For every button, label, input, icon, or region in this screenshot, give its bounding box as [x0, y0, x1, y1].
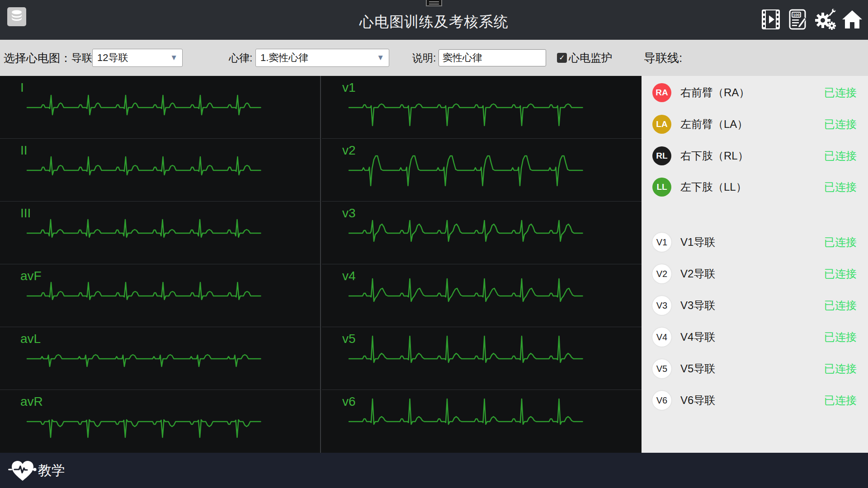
select-ecg-label: 选择心电图： — [4, 40, 71, 76]
exam-score-icon: 100 — [788, 9, 808, 32]
ecg-lead-v1: v1 — [322, 76, 642, 139]
electrode-label: 右下肢（RL） — [680, 146, 749, 165]
ecg-trace-v2 — [349, 156, 583, 186]
monitor-label: 心电监护 — [569, 40, 612, 76]
home-icon — [841, 9, 863, 32]
electrode-badge-v6: V6 — [652, 391, 671, 410]
lead-select[interactable]: 12导联 ▼ — [92, 49, 183, 67]
settings-button[interactable] — [814, 9, 836, 32]
lead-wires-panel: RA右前臂（RA）已连接LA左前臂（LA）已连接RL右下肢（RL）已连接LL左下… — [642, 76, 868, 453]
ecg-lead-v5: v5 — [322, 327, 642, 390]
ecg-trace-v6 — [349, 399, 583, 424]
electrode-label: V6导联 — [680, 391, 715, 410]
rhythm-select-value: 1.窦性心律 — [260, 52, 308, 63]
home-button[interactable] — [841, 9, 863, 32]
drag-handle[interactable] — [426, 0, 442, 6]
electrode-label: V5导联 — [680, 359, 715, 378]
electrode-badge-ra: RA — [652, 83, 671, 102]
electrode-badge-v2: V2 — [652, 264, 671, 283]
lead-wire-item-rl: RL右下肢（RL）已连接 — [642, 146, 868, 166]
settings-icon — [814, 9, 836, 32]
chevron-down-icon: ▼ — [170, 49, 178, 66]
ecg-lead-v3: v3 — [322, 202, 642, 264]
footer-label: 教学 — [38, 453, 65, 488]
electrode-label: V1导联 — [680, 233, 715, 252]
ecg-lead-v2: v2 — [322, 139, 642, 202]
lead-wire-item-v3: V3V3导联已连接 — [642, 296, 868, 316]
lead-wire-item-v5: V5V5导联已连接 — [642, 359, 868, 379]
monitor-checkbox[interactable]: ✓ — [557, 53, 567, 63]
ecg-lead-avR: avR — [0, 390, 321, 453]
rhythm-select[interactable]: 1.窦性心律 ▼ — [255, 49, 389, 67]
ecg-waveform-area: IIIIIIavFavLavRv1v2v3v4v5v6 — [0, 76, 642, 453]
ecg-lead-avL: avL — [0, 327, 321, 390]
exam-button[interactable]: 100 — [787, 9, 809, 32]
ecg-trace-avR — [27, 420, 261, 437]
ecg-trace-I — [27, 95, 261, 115]
header-bar: 心电图训练及考核系统 100 — [0, 0, 868, 40]
chevron-down-icon: ▼ — [377, 49, 384, 66]
ecg-lead-III: III — [0, 202, 321, 264]
electrode-badge-v5: V5 — [652, 359, 671, 378]
electrode-badge-la: LA — [652, 115, 671, 134]
ecg-lead-avF: avF — [0, 264, 321, 327]
electrode-badge-v1: V1 — [652, 233, 671, 252]
electrode-label: V4导联 — [680, 328, 715, 347]
ecg-lead-v4: v4 — [322, 264, 642, 327]
lead-select-value: 12导联 — [97, 52, 128, 63]
ecg-trace-v1 — [349, 104, 583, 126]
electrode-label: V2导联 — [680, 264, 715, 283]
ecg-trace-v4 — [349, 279, 583, 301]
lead-wire-item-la: LA左前臂（LA）已连接 — [642, 115, 868, 135]
lead-wire-item-ll: LL左下肢（LL）已连接 — [642, 178, 868, 197]
electrode-label: 右前臂（RA） — [680, 83, 750, 102]
status-badge: 已连接 — [824, 391, 857, 410]
video-button[interactable] — [760, 9, 782, 32]
footer-bar: 教学 — [0, 453, 868, 488]
lead-wire-item-v4: V4V4导联已连接 — [642, 328, 868, 347]
desc-input[interactable] — [439, 49, 546, 66]
svg-text:100: 100 — [793, 13, 800, 17]
status-badge: 已连接 — [824, 328, 857, 347]
ecg-trace-v3 — [349, 221, 583, 241]
desc-label: 说明: — [412, 40, 436, 76]
ecg-lead-I: I — [0, 76, 321, 139]
heart-pulse-icon — [8, 458, 37, 484]
ecg-lead-II: II — [0, 139, 321, 202]
status-badge: 已连接 — [824, 115, 857, 134]
electrode-label: V3导联 — [680, 296, 715, 315]
status-badge: 已连接 — [824, 296, 857, 315]
rhythm-label: 心律: — [229, 40, 252, 76]
toolbar: 选择心电图： 导联: 12导联 ▼ 心律: 1.窦性心律 ▼ 说明: ✓ 心电监… — [0, 40, 868, 76]
status-badge: 已连接 — [824, 83, 857, 102]
ecg-lead-v6: v6 — [322, 390, 642, 453]
lead-label: 导联: — [71, 40, 95, 76]
electrode-badge-ll: LL — [652, 178, 671, 197]
status-badge: 已连接 — [824, 264, 857, 283]
lead-wire-item-v2: V2V2导联已连接 — [642, 264, 868, 284]
status-badge: 已连接 — [824, 233, 857, 252]
ecg-trace-avL — [27, 355, 261, 366]
status-badge: 已连接 — [824, 359, 857, 378]
electrode-label: 左下肢（LL） — [680, 178, 747, 197]
electrode-badge-v4: V4 — [652, 328, 671, 347]
ecg-trace-II — [27, 157, 261, 175]
ecg-trace-avF — [27, 282, 261, 300]
electrode-badge-v3: V3 — [652, 296, 671, 315]
electrode-badge-rl: RL — [652, 146, 671, 165]
lead-wire-item-v1: V1V1导联已连接 — [642, 233, 868, 253]
lead-wires-title: 导联线: — [644, 40, 682, 76]
lead-wire-item-ra: RA右前臂（RA）已连接 — [642, 83, 868, 103]
ecg-trace-III — [27, 220, 261, 237]
video-icon — [760, 9, 781, 32]
status-badge: 已连接 — [824, 178, 857, 197]
status-badge: 已连接 — [824, 146, 857, 165]
lead-wire-item-v6: V6V6导联已连接 — [642, 391, 868, 411]
ecg-trace-v5 — [349, 336, 583, 362]
electrode-label: 左前臂（LA） — [680, 115, 748, 134]
